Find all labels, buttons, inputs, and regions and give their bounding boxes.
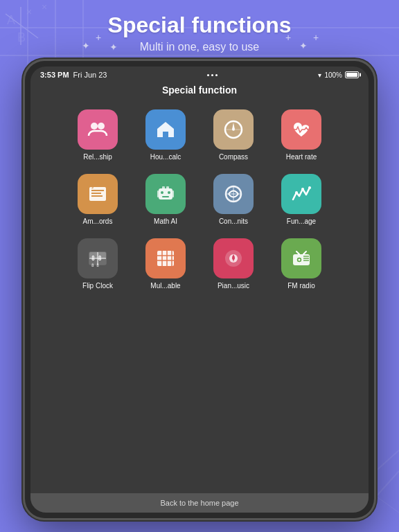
status-time: 3:53 PM	[40, 71, 69, 79]
app-mul-table[interactable]: Mul...able	[141, 238, 190, 290]
app-label-convert: Con...nits	[219, 218, 248, 226]
app-icon-relationship	[78, 109, 118, 150]
app-row-3: 8 8 8 8 Flip Clock	[47, 238, 352, 290]
svg-rect-24	[91, 193, 101, 194]
bottom-bar[interactable]: Back to the home page	[30, 493, 369, 513]
svg-rect-27	[159, 188, 172, 200]
app-icon-function	[281, 174, 321, 214]
svg-rect-33	[162, 186, 165, 189]
svg-rect-34	[166, 186, 169, 189]
app-label-piano: Pian...usic	[218, 282, 249, 290]
page-subtitle: Multi in one, easy to use	[0, 41, 399, 53]
app-label-flip-clock: Flip Clock	[82, 282, 113, 290]
svg-text:$: $	[91, 185, 94, 189]
svg-point-39	[301, 188, 304, 190]
app-flip-clock[interactable]: 8 8 8 8 Flip Clock	[73, 238, 122, 290]
svg-point-28	[161, 191, 163, 194]
bottom-label: Back to the home page	[160, 499, 238, 507]
app-compass[interactable]: Compass	[209, 109, 258, 161]
app-label-fun-age: Fun...age	[287, 218, 316, 226]
app-icon-piano	[213, 238, 254, 278]
svg-point-38	[295, 191, 298, 194]
svg-point-15	[98, 123, 105, 130]
status-date: Fri Jun 23	[73, 71, 107, 79]
app-fm-radio[interactable]: FM radio	[277, 238, 326, 290]
app-icon-house	[145, 109, 186, 150]
app-icon-heart	[281, 109, 321, 150]
battery-label: 100%	[324, 71, 342, 79]
app-label-house: Hou...calc	[150, 153, 181, 161]
svg-rect-31	[157, 190, 159, 197]
svg-point-58	[299, 259, 301, 261]
app-icon-radio	[281, 238, 321, 278]
svg-rect-30	[162, 196, 169, 197]
app-label-heart-rate: Heart rate	[286, 153, 317, 161]
status-bar: 3:53 PM Fri Jun 23 ▾ 100%	[30, 66, 369, 82]
app-piano-music[interactable]: Pian...usic	[209, 238, 258, 290]
page-title: Special functions	[0, 12, 399, 38]
svg-point-40	[308, 186, 311, 189]
app-label-relationship: Rel...ship	[83, 153, 112, 161]
app-house-calc[interactable]: Hou...calc	[141, 109, 190, 161]
svg-rect-23	[91, 190, 104, 191]
app-label-am-words: Am...ords	[83, 218, 113, 226]
app-convert-units[interactable]: Con...nits	[209, 174, 258, 226]
battery-icon	[345, 71, 359, 78]
app-icon-math-ai	[145, 174, 186, 214]
svg-rect-32	[172, 190, 174, 197]
app-icon-words: $	[78, 174, 118, 214]
app-label-math-ai: Math AI	[154, 218, 177, 226]
svg-point-55	[232, 257, 235, 260]
app-grid: Rel...ship Hou...calc	[30, 103, 369, 493]
app-label-fm-radio: FM radio	[287, 282, 314, 290]
svg-text:8 8: 8 8	[91, 263, 99, 267]
app-fun-age[interactable]: Fun...age	[277, 174, 326, 226]
app-relationship[interactable]: Rel...ship	[73, 109, 122, 161]
svg-point-29	[168, 191, 170, 194]
app-label-mul-table: Mul...able	[150, 282, 180, 290]
app-icon-clock: 8 8 8 8	[78, 238, 118, 278]
app-icon-convert	[213, 174, 254, 214]
app-row-1: Rel...ship Hou...calc	[47, 109, 352, 161]
svg-line-12	[374, 471, 399, 499]
status-right: ▾ 100%	[318, 71, 359, 79]
svg-rect-16	[163, 132, 168, 137]
app-row-2: $ Am...ords	[47, 174, 352, 226]
screen-title: Special function	[30, 82, 369, 103]
app-icon-compass	[213, 109, 254, 150]
status-dots	[207, 74, 218, 76]
app-math-ai[interactable]: Math AI	[141, 174, 190, 226]
app-icon-table	[145, 238, 186, 278]
app-label-compass: Compass	[219, 153, 248, 161]
app-am-words[interactable]: $ Am...ords	[73, 174, 122, 226]
app-heart-rate[interactable]: Heart rate	[277, 109, 326, 161]
ipad-frame: 3:53 PM Fri Jun 23 ▾ 100% Special functi…	[25, 61, 374, 518]
svg-rect-25	[91, 195, 103, 197]
svg-point-14	[91, 123, 98, 130]
